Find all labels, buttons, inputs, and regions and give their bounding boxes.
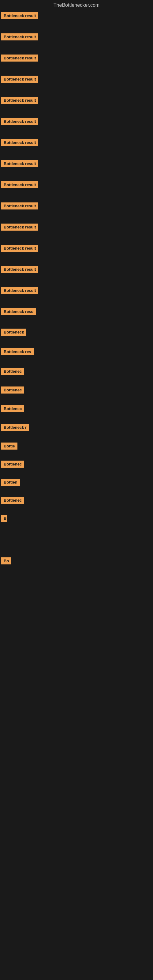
bottleneck-result-label: Bottleneck result: [1, 224, 38, 231]
bottleneck-result-label: Bottleneck result: [1, 287, 38, 294]
bottleneck-result-label: Bottlenec: [1, 405, 24, 412]
bottleneck-result-label: Bottleneck result: [1, 54, 38, 62]
list-item: Bottleneck result: [0, 74, 153, 86]
bottleneck-result-label: Bottlenec: [1, 368, 24, 375]
list-item: Bottleneck result: [0, 116, 153, 128]
site-title: TheBottlenecker.com: [0, 0, 153, 10]
list-item: [0, 615, 153, 619]
bottleneck-result-label: Bottleneck result: [1, 202, 38, 210]
list-item: Bottleneck result: [0, 137, 153, 149]
list-item: Bottleneck result: [0, 10, 153, 22]
list-item: Bottle: [0, 441, 153, 453]
list-item: Bottleneck result: [0, 243, 153, 255]
list-item: [0, 547, 153, 550]
list-item: Bottleneck result: [0, 32, 153, 43]
bottleneck-result-label: Bottleneck resu: [1, 308, 36, 315]
list-item: Bo: [0, 555, 153, 568]
bottleneck-list: Bottleneck resultBottleneck resultBottle…: [0, 10, 153, 662]
bottleneck-result-label: Bottleneck result: [1, 266, 38, 273]
list-item: [0, 538, 153, 542]
bottleneck-result-label: B: [1, 515, 7, 522]
bottleneck-result-label: Bottlenec: [1, 461, 24, 468]
bottleneck-result-label: Bo: [1, 557, 11, 565]
list-item: Bottlenec: [0, 495, 153, 507]
list-item: B: [0, 513, 153, 525]
list-item: [0, 530, 153, 533]
list-item: Bottleneck r: [0, 422, 153, 434]
bottleneck-result-label: Bottleneck result: [1, 33, 38, 40]
bottleneck-result-label: Bottleneck result: [1, 245, 38, 252]
list-item: Bottleneck result: [0, 200, 153, 213]
bottleneck-result-label: Bottlen: [1, 479, 20, 486]
list-item: Bottleneck result: [0, 180, 153, 191]
list-item: Bottlenec: [0, 459, 153, 471]
list-item: Bottleneck result: [0, 285, 153, 297]
list-item: Bottlenec: [0, 385, 153, 396]
list-item: Bottleneck resu: [0, 306, 153, 318]
list-item: Bottleneck result: [0, 95, 153, 107]
list-item: [0, 659, 153, 662]
list-item: [0, 572, 153, 576]
list-item: Bottleneck res: [0, 346, 153, 358]
list-item: Bottlenec: [0, 403, 153, 415]
bottleneck-result-label: Bottleneck result: [1, 97, 38, 104]
list-item: Bottleneck result: [0, 158, 153, 170]
bottleneck-result-label: Bottleneck: [1, 329, 26, 336]
list-item: Bottleneck result: [0, 222, 153, 234]
bottleneck-result-label: Bottleneck result: [1, 160, 38, 167]
list-item: Bottlen: [0, 477, 153, 489]
bottleneck-result-label: Bottleneck result: [1, 12, 38, 19]
bottleneck-result-label: Bottleneck result: [1, 181, 38, 188]
bottleneck-result-label: Bottlenec: [1, 497, 24, 504]
bottleneck-result-label: Bottlenec: [1, 387, 24, 393]
bottleneck-result-label: Bottleneck res: [1, 348, 33, 355]
page-container: TheBottlenecker.com Bottleneck resultBot…: [0, 0, 153, 662]
bottleneck-result-label: Bottleneck result: [1, 76, 38, 83]
list-item: Bottlenec: [0, 366, 153, 378]
bottleneck-result-label: Bottleneck result: [1, 139, 38, 146]
bottleneck-result-label: Bottleneck result: [1, 118, 38, 125]
list-item: Bottleneck result: [0, 52, 153, 65]
bottleneck-result-label: Bottle: [1, 442, 18, 450]
list-item: Bottleneck result: [0, 264, 153, 276]
list-item: Bottleneck: [0, 327, 153, 339]
bottleneck-result-label: Bottleneck r: [1, 424, 29, 431]
